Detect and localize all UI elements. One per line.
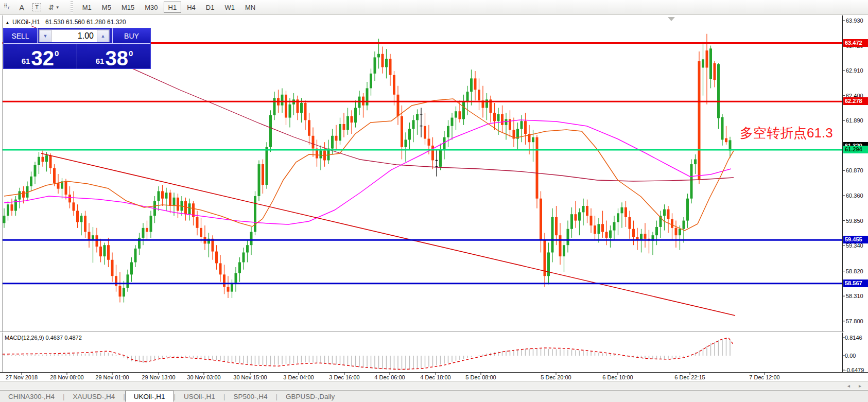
chevron-down-icon: ▼ [56, 5, 60, 10]
timeframe-h1[interactable]: H1 [164, 2, 182, 13]
time-tick-label: 5 Dec 08:00 [465, 374, 496, 380]
timeframe-group: M1M5M15M30H1H4D1W1MN [77, 2, 261, 13]
time-tick-label: 30 Nov 03:00 [187, 374, 220, 380]
bid-price[interactable]: 61 32 0 [4, 44, 77, 69]
cursor-mode-icon[interactable]: ⇵▼ [45, 2, 63, 13]
time-tick-label: 29 Nov 13:00 [142, 374, 175, 380]
volume-increase-button[interactable]: ▲ [97, 30, 109, 42]
time-tick-label: 3 Dec 16:00 [329, 374, 359, 380]
chart-tab-xauusd-h4[interactable]: XAUUSD-,H4 [65, 392, 124, 401]
price-tick-label: 58.820 [846, 268, 868, 274]
chart-tab-gbpusd-daily[interactable]: GBPUSD-,Daily [277, 392, 343, 401]
volume-decrease-button[interactable]: ▼ [39, 30, 51, 42]
volume-stepper: ▼ ▲ [39, 29, 110, 42]
macd-tick-label: 0.00 [845, 353, 868, 359]
timeframe-m15[interactable]: M15 [117, 2, 139, 13]
fibo-lines-icon[interactable]: ⠿F [1, 2, 14, 13]
price-axis-border [842, 15, 843, 372]
price-tick-label: 57.800 [846, 318, 868, 324]
price-tick-label: 63.930 [846, 18, 868, 24]
price-tick-label: 60.870 [846, 167, 868, 173]
timeframe-m30[interactable]: M30 [140, 2, 162, 13]
time-tick-label: 28 Nov 08:00 [50, 374, 83, 380]
volume-input[interactable] [51, 30, 97, 42]
mt4-terminal: ⠿F A T ⇵▼ M1M5M15M30H1H4D1W1MN ▲UKOil-,H… [0, 0, 868, 402]
time-tick-label: 27 Nov 2018 [6, 374, 38, 380]
chart-tab-sp500-h4[interactable]: SP500-,H4 [225, 392, 275, 401]
text-label-icon[interactable]: A [15, 2, 28, 13]
panel-collapse-icon[interactable]: ▲ [5, 20, 10, 25]
tab-scroll-left-icon[interactable]: ◂ [847, 383, 850, 389]
time-tick-label: 6 Dec 10:00 [602, 374, 633, 380]
sell-button[interactable]: SELL [4, 28, 38, 43]
chart-tab-ukoil-h1[interactable]: UKOil-,H1 [125, 391, 174, 402]
price-tick-label: 59.850 [846, 218, 868, 224]
pivot-badge: 61.294 [843, 146, 868, 153]
timeframe-m5[interactable]: M5 [97, 2, 116, 13]
ask-price[interactable]: 61 38 0 [78, 44, 151, 69]
time-tick-label: 4 Dec 06:00 [374, 374, 405, 380]
plot-left-border [2, 15, 3, 372]
toolbar-separator [71, 1, 73, 13]
time-tick-label: 6 Dec 22:15 [674, 374, 705, 380]
chart-annotation-text: 多空转折点61.3 [740, 124, 833, 142]
price-tick-label: 61.890 [846, 117, 868, 124]
time-tick-label: 3 Dec 04:00 [283, 374, 314, 380]
buy-button[interactable]: BUY [112, 28, 150, 43]
price-tick-label: 58.310 [846, 293, 868, 299]
timeframe-h4[interactable]: H4 [182, 2, 200, 13]
tab-scroll-right-icon[interactable]: ▸ [859, 383, 861, 389]
chart-ohlc: 61.530 61.560 61.280 61.320 [45, 19, 126, 26]
chart-shift-marker[interactable] [668, 17, 675, 21]
support2-badge: 58.567 [843, 279, 868, 287]
chart-symbol: UKOil-,H1 [12, 19, 40, 26]
macd-separator[interactable] [0, 331, 844, 333]
resistance1-badge: 63.472 [843, 39, 868, 47]
macd-tick-label: -0.6479 [845, 367, 868, 373]
support1-badge: 59.455 [843, 236, 868, 243]
chart-tab-usoil-h1[interactable]: USOil-,H1 [176, 392, 223, 401]
resistance2-badge: 62.278 [843, 97, 868, 105]
chart-title: ▲UKOil-,H161.530 61.560 61.280 61.320 [5, 19, 126, 26]
chart-tab-china300-h4[interactable]: CHINA300-,H4 [0, 392, 63, 401]
time-tick-label: 7 Dec 12:00 [749, 374, 779, 380]
time-axis-border [0, 372, 868, 373]
time-tick-label: 29 Nov 01:00 [95, 374, 129, 380]
time-tick-label: 5 Dec 20:00 [541, 374, 571, 380]
text-box-icon[interactable]: T [29, 2, 44, 13]
toolbar: ⠿F A T ⇵▼ M1M5M15M30H1H4D1W1MN [0, 0, 868, 15]
chart-tab-bar: CHINA300-,H4|XAUUSD-,H4|UKOil-,H1|USOil-… [0, 390, 868, 402]
price-tick-label: 62.910 [846, 67, 868, 74]
timeframe-w1[interactable]: W1 [220, 2, 239, 13]
time-tick-label: 30 Nov 15:00 [233, 374, 267, 380]
macd-indicator-label: MACD(12,26,9) 0.4637 0.4872 [5, 335, 82, 341]
timeframe-m1[interactable]: M1 [78, 2, 96, 13]
tab-scrollbar: ◂ ▸ [0, 381, 868, 390]
time-tick-label: 4 Dec 18:00 [420, 374, 450, 380]
timeframe-mn[interactable]: MN [240, 2, 260, 13]
timeframe-d1[interactable]: D1 [201, 2, 219, 13]
price-tick-label: 60.360 [846, 193, 868, 199]
macd-tick-label: 0.8146 [845, 335, 868, 341]
one-click-trade-panel: SELL ▼ ▲ BUY 61 32 0 61 38 0 [3, 28, 151, 69]
